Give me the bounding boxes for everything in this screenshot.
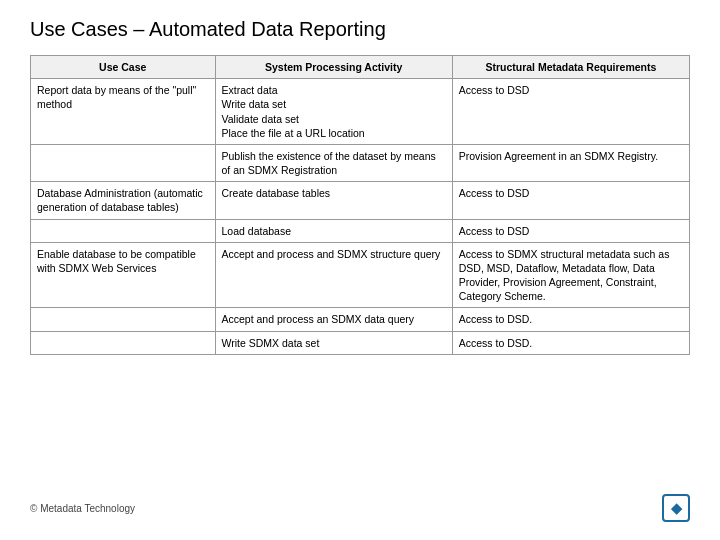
- table-row: Load databaseAccess to DSD: [31, 219, 690, 242]
- cell-col3-2: Access to DSD: [452, 182, 689, 219]
- cell-col1-2: Database Administration (automatic gener…: [31, 182, 216, 219]
- cell-col3-5: Access to DSD.: [452, 308, 689, 331]
- header-structural-metadata: Structural Metadata Requirements: [452, 56, 689, 79]
- cell-col2-2: Create database tables: [215, 182, 452, 219]
- cell-col1-6: [31, 331, 216, 354]
- page-title: Use Cases – Automated Data Reporting: [30, 18, 690, 41]
- cell-col2-5: Accept and process an SDMX data query: [215, 308, 452, 331]
- table-row: Publish the existence of the dataset by …: [31, 144, 690, 181]
- cell-col1-4: Enable database to be compatible with SD…: [31, 242, 216, 308]
- cell-col3-1: Provision Agreement in an SDMX Registry.: [452, 144, 689, 181]
- table-row: Report data by means of the "pull" metho…: [31, 79, 690, 145]
- table-row: Accept and process an SDMX data queryAcc…: [31, 308, 690, 331]
- cell-col3-4: Access to SDMX structural metadata such …: [452, 242, 689, 308]
- header-use-case: Use Case: [31, 56, 216, 79]
- logo-icon: ◆: [662, 494, 690, 522]
- table-row: Write SDMX data setAccess to DSD.: [31, 331, 690, 354]
- use-cases-table: Use Case System Processing Activity Stru…: [30, 55, 690, 355]
- cell-col1-1: [31, 144, 216, 181]
- page: Use Cases – Automated Data Reporting Use…: [0, 0, 720, 540]
- cell-col3-6: Access to DSD.: [452, 331, 689, 354]
- cell-col1-3: [31, 219, 216, 242]
- copyright-text: © Metadata Technology: [30, 503, 135, 514]
- cell-col2-0: Extract dataWrite data setValidate data …: [215, 79, 452, 145]
- cell-col3-0: Access to DSD: [452, 79, 689, 145]
- header-system-processing: System Processing Activity: [215, 56, 452, 79]
- cell-col2-1: Publish the existence of the dataset by …: [215, 144, 452, 181]
- cell-col2-6: Write SDMX data set: [215, 331, 452, 354]
- cell-col1-5: [31, 308, 216, 331]
- cell-col1-0: Report data by means of the "pull" metho…: [31, 79, 216, 145]
- footer: © Metadata Technology ◆: [30, 484, 690, 522]
- cell-col2-4: Accept and process and SDMX structure qu…: [215, 242, 452, 308]
- table-row: Database Administration (automatic gener…: [31, 182, 690, 219]
- cell-col3-3: Access to DSD: [452, 219, 689, 242]
- table-row: Enable database to be compatible with SD…: [31, 242, 690, 308]
- cell-col2-3: Load database: [215, 219, 452, 242]
